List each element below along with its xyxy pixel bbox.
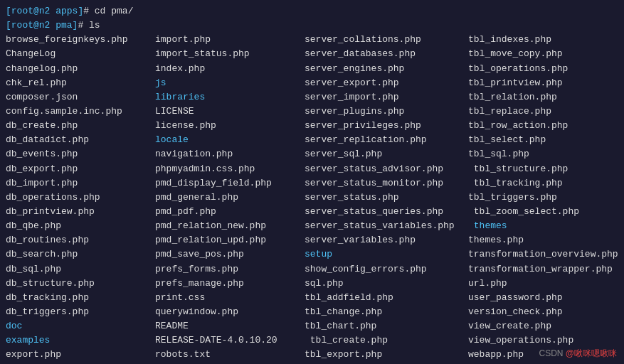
file-line-9: db_events.php navigation.php server_sql.…: [6, 147, 618, 161]
watermark-brand: @啾咪嗯啾咪: [566, 348, 617, 358]
file-line-23: export.php robots.txt tbl_export.php web…: [6, 348, 618, 362]
file-line-16: db_search.php pmd_save_pos.php setup tra…: [6, 247, 618, 262]
file-line-20: db_triggers.php querywindow.php tbl_chan…: [6, 305, 618, 319]
line-0: [root@n2 apps]# cd pma/: [6, 4, 618, 18]
file-line-21: doc README tbl_chart.php view_create.php: [6, 319, 618, 333]
file-line-17: db_sql.php prefs_forms.php show_config_e…: [6, 262, 618, 277]
file-line-22: examples RELEASE-DATE-4.0.10.20 tbl_crea…: [6, 333, 618, 348]
file-line-8: db_datadict.php locale server_replicatio…: [6, 133, 618, 147]
line-1: [root@n2 pma]# ls: [6, 18, 618, 33]
prompt-0: [root@n2 apps]# cd pma/: [6, 4, 133, 18]
file-line-15: db_routines.php pmd_relation_upd.phpserv…: [6, 233, 618, 247]
file-line-6: config.sample.inc.phpLICENSE server_plug…: [6, 105, 618, 119]
file-line-4: chk_rel.php js server_export.php tbl_pri…: [6, 76, 618, 90]
file-line-13: db_printview.php pmd_pdf.php server_stat…: [6, 205, 618, 219]
file-line-7: db_create.php license.php server_privile…: [6, 119, 618, 133]
terminal: [root@n2 apps]# cd pma/ [root@n2 pma]# l…: [0, 0, 624, 364]
prompt-1: [root@n2 pma]# ls: [6, 18, 100, 33]
file-line-14: db_qbe.php pmd_relation_new.phpserver_st…: [6, 219, 618, 233]
file-line-11: db_import.php pmd_display_field.phpserve…: [6, 176, 618, 191]
file-line-10: db_export.php phpmyadmin.css.php server_…: [6, 162, 618, 176]
file-line-1: browse_foreignkeys.phpimport.php server_…: [6, 33, 618, 47]
file-line-3: changelog.php index.php server_engines.p…: [6, 62, 618, 76]
file-line-19: db_tracking.php print.css tbl_addfield.p…: [6, 291, 618, 305]
file-line-5: composer.json libraries server_import.ph…: [6, 90, 618, 105]
file-line-18: db_structure.php prefs_manage.php sql.ph…: [6, 277, 618, 291]
file-line-12: db_operations.php pmd_general.php server…: [6, 191, 618, 205]
file-line-2: ChangeLog import_status.php server_datab…: [6, 47, 618, 61]
watermark: CSDN @啾咪嗯啾咪: [539, 348, 617, 360]
